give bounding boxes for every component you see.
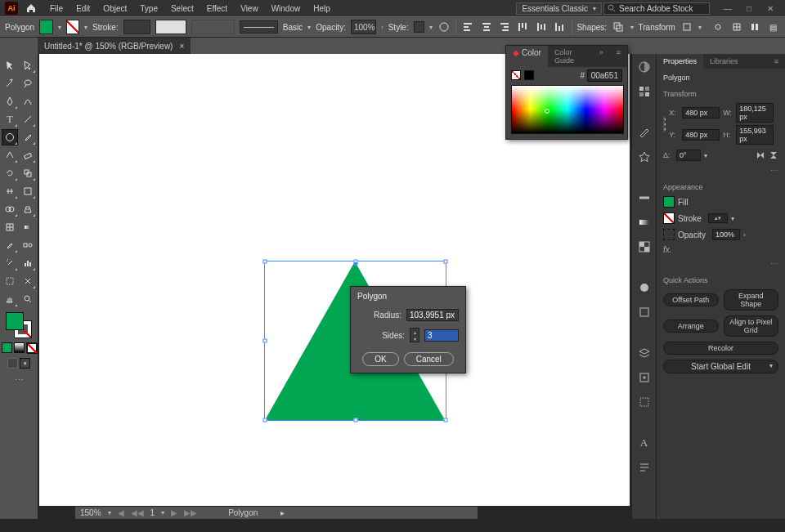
more-options-icon[interactable]: ⋯ (663, 166, 778, 175)
artboard-number[interactable]: 1 (150, 508, 155, 517)
type-tool[interactable]: T (2, 111, 18, 127)
cancel-button[interactable]: Cancel (404, 352, 454, 366)
menu-window[interactable]: Window (266, 2, 307, 15)
dock-asset-export-icon[interactable] (636, 369, 653, 386)
window-minimize[interactable]: — (718, 2, 738, 15)
pen-tool[interactable] (2, 93, 18, 110)
chevron-down-icon[interactable]: ▾ (731, 215, 734, 222)
direct-selection-tool[interactable] (20, 57, 36, 74)
rotate-tool[interactable] (2, 165, 18, 181)
align-top-icon[interactable] (516, 20, 529, 34)
menu-view[interactable]: View (235, 2, 264, 15)
lasso-tool[interactable] (20, 75, 36, 92)
chevron-down-icon[interactable]: ▾ (630, 24, 634, 31)
dock-appearance-icon[interactable] (636, 279, 653, 296)
document-tab[interactable]: Untitled-1* @ 150% (RGB/Preview) × (38, 38, 191, 54)
arrange-button[interactable]: Arrange (663, 320, 719, 333)
w-input[interactable]: 180,125 px (736, 103, 774, 123)
column-graph-tool[interactable] (20, 255, 36, 271)
dock-paragraph-icon[interactable] (636, 459, 653, 476)
more-options-icon[interactable]: ⋯ (663, 259, 778, 268)
mesh-tool[interactable] (2, 219, 18, 235)
magic-wand-tool[interactable] (2, 75, 18, 92)
window-maximize[interactable]: □ (739, 2, 759, 15)
zoom-tool[interactable] (20, 291, 36, 307)
menu-effect[interactable]: Effect (201, 2, 233, 15)
align-middle-icon[interactable] (535, 20, 548, 34)
pref-icon[interactable] (748, 20, 761, 34)
chevron-right-icon[interactable]: › (381, 24, 384, 31)
panel-menu-icon[interactable]: ▤ (767, 20, 780, 34)
shape-tool[interactable] (2, 129, 18, 145)
panel-menu-icon[interactable]: ≡ (768, 54, 785, 69)
home-icon[interactable] (20, 1, 43, 16)
transform-icon[interactable] (680, 20, 693, 34)
recolor-icon[interactable] (437, 20, 451, 34)
tab-properties[interactable]: Properties (657, 54, 703, 69)
graphic-style-swatch[interactable] (414, 21, 424, 33)
fill-swatch-mini[interactable] (524, 70, 534, 80)
color-mode-none[interactable] (26, 342, 37, 353)
gradient-tool[interactable] (20, 219, 36, 235)
fill-indicator[interactable] (6, 312, 24, 330)
screen-mode-menu[interactable]: ▾ (20, 358, 30, 369)
hand-tool[interactable] (2, 291, 18, 307)
scale-tool[interactable] (20, 165, 36, 181)
stroke-swatch-mini[interactable] (511, 70, 521, 80)
reference-point-icon[interactable] (663, 117, 666, 132)
stroke-weight-input[interactable]: ▴▾ (708, 213, 728, 223)
dock-gradient-icon[interactable] (636, 214, 653, 230)
color-mode-solid[interactable] (2, 342, 12, 353)
panel-menu-icon[interactable]: ≡ (610, 46, 627, 67)
tab-color[interactable]: ◆Color (506, 46, 548, 67)
align-right-icon[interactable] (498, 20, 511, 34)
chevron-down-icon[interactable]: ▾ (58, 24, 61, 31)
dock-symbols-icon[interactable] (636, 149, 653, 165)
start-global-edit-button[interactable]: Start Global Edit▾ (663, 360, 778, 373)
offset-path-button[interactable]: Offset Path (663, 293, 719, 306)
window-close[interactable]: ✕ (760, 2, 780, 15)
recolor-button[interactable]: Recolor (663, 342, 778, 355)
perspective-tool[interactable] (20, 201, 36, 217)
align-pixel-grid-button[interactable]: Align to Pixel Grid (724, 315, 779, 337)
shaper-tool[interactable] (2, 147, 18, 163)
paintbrush-tool[interactable] (20, 129, 36, 145)
radius-input[interactable]: 103,9951 px (406, 309, 459, 321)
workspace-switcher[interactable]: Essentials Classic▾ (516, 2, 602, 15)
stroke-swatch[interactable] (66, 20, 79, 34)
edit-toolbar-icon[interactable]: ⋯ (15, 375, 24, 386)
fx-label[interactable]: fx. (663, 245, 672, 254)
pixel-grid-icon[interactable] (730, 20, 743, 34)
y-input[interactable]: 480 px (682, 129, 720, 141)
brush-preview[interactable] (240, 20, 278, 34)
color-mode-gradient[interactable] (14, 342, 25, 353)
sides-stepper[interactable]: ▴▾ (410, 328, 419, 342)
stroke-profile-select[interactable] (155, 20, 186, 34)
chevron-down-icon[interactable]: ▾ (84, 24, 87, 31)
free-transform-tool[interactable] (20, 183, 36, 199)
curvature-tool[interactable] (20, 93, 36, 110)
sides-input[interactable]: 3 (424, 329, 459, 342)
panel-close-icon[interactable]: » (593, 46, 610, 67)
dock-type-icon[interactable]: A (636, 435, 653, 451)
opacity-input[interactable]: 100% (712, 229, 740, 240)
color-spectrum[interactable] (511, 85, 624, 134)
h-input[interactable]: 155,993 px (736, 125, 774, 145)
tab-libraries[interactable]: Libraries (703, 54, 745, 69)
opacity-input[interactable]: 100% (351, 20, 376, 34)
menu-select[interactable]: Select (165, 2, 200, 15)
link-wh-icon[interactable] (777, 113, 778, 136)
close-icon[interactable]: × (179, 42, 184, 51)
shape-mode-icon[interactable] (612, 20, 625, 34)
dock-stroke-icon[interactable] (636, 190, 653, 206)
chevron-down-icon[interactable]: ▾ (307, 24, 311, 31)
align-center-h-icon[interactable] (479, 20, 492, 34)
symbol-sprayer-tool[interactable] (2, 255, 18, 271)
dock-graphic-styles-icon[interactable] (636, 304, 653, 320)
menu-object[interactable]: Object (97, 2, 132, 15)
blend-tool[interactable] (20, 237, 36, 253)
chevron-down-icon[interactable]: ▾ (429, 24, 433, 31)
ok-button[interactable]: OK (362, 352, 398, 366)
fill-stroke-indicator[interactable] (6, 312, 32, 338)
stroke-swatch[interactable] (663, 212, 675, 224)
